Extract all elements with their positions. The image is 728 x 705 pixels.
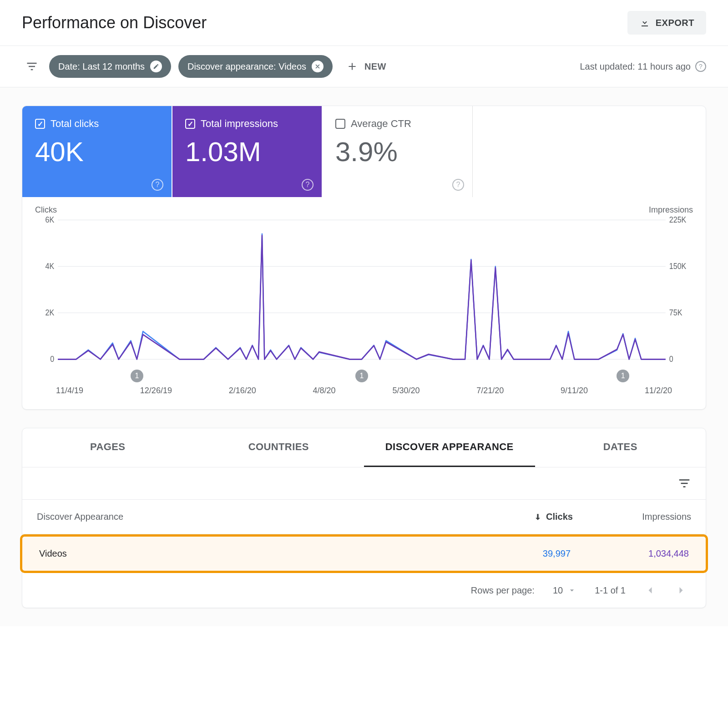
export-button[interactable]: EXPORT: [627, 11, 706, 35]
header-clicks[interactable]: Clicks: [464, 512, 573, 522]
plus-icon: [346, 61, 358, 72]
x-tick: 12/26/19: [140, 386, 172, 396]
metric-average-ctr[interactable]: Average CTR 3.9% ?: [323, 106, 473, 197]
filter-bar: Date: Last 12 months Discover appearance…: [0, 46, 728, 87]
cell-clicks: 39,997: [461, 548, 571, 559]
checkbox-ctr[interactable]: [335, 119, 345, 129]
header-impressions[interactable]: Impressions: [573, 512, 691, 522]
rows-per-page-value: 10: [553, 585, 563, 596]
svg-text:0: 0: [50, 354, 54, 364]
metric-ctr-value: 3.9%: [335, 136, 460, 167]
svg-text:2K: 2K: [46, 308, 55, 317]
tab-dates[interactable]: DATES: [535, 428, 706, 467]
cell-name: Videos: [39, 548, 461, 559]
page-header: Performance on Discover EXPORT: [0, 0, 728, 46]
x-tick: 11/4/19: [56, 386, 83, 396]
chip-appearance-label: Discover appearance: Videos: [187, 61, 306, 72]
metric-impr-value: 1.03M: [185, 136, 309, 167]
table-row[interactable]: Videos 39,997 1,034,448: [25, 537, 703, 571]
x-tick: 5/30/20: [392, 386, 420, 396]
chart-area: Clicks Impressions 6K225K4K150K2K75K00 1…: [22, 197, 706, 409]
date-marker-badge[interactable]: 1: [617, 370, 629, 382]
dropdown-icon: [567, 586, 576, 595]
metric-clicks-label: Total clicks: [51, 118, 99, 130]
metric-ctr-label: Average CTR: [351, 118, 411, 130]
metric-impr-label: Total impressions: [201, 118, 278, 130]
header-clicks-text: Clicks: [546, 512, 573, 522]
table-filter-icon[interactable]: [677, 477, 691, 490]
new-filter-label: NEW: [364, 61, 386, 72]
chart-card: Total clicks 40K ? Total impressions 1.0…: [22, 106, 706, 410]
highlighted-row: Videos 39,997 1,034,448: [20, 534, 708, 573]
metric-total-impressions[interactable]: Total impressions 1.03M ?: [172, 106, 323, 197]
filter-chip-appearance[interactable]: Discover appearance: Videos: [178, 55, 333, 78]
svg-text:0: 0: [669, 354, 673, 364]
rows-per-page-label: Rows per page:: [471, 585, 535, 596]
checkbox-clicks[interactable]: [35, 119, 45, 129]
last-updated: Last updated: 11 hours ago ?: [580, 61, 706, 72]
checkbox-impressions[interactable]: [185, 119, 195, 129]
metrics-row: Total clicks 40K ? Total impressions 1.0…: [22, 106, 706, 197]
table-header-row: Discover Appearance Clicks Impressions: [22, 500, 706, 534]
cell-impressions: 1,034,448: [571, 548, 689, 559]
dimension-tabs: PAGES COUNTRIES DISCOVER APPEARANCE DATE…: [22, 428, 706, 467]
tab-discover-appearance[interactable]: DISCOVER APPEARANCE: [364, 428, 535, 467]
help-icon[interactable]: ?: [452, 179, 464, 191]
performance-chart: 6K225K4K150K2K75K00: [35, 215, 693, 370]
svg-text:150K: 150K: [669, 261, 687, 271]
close-icon[interactable]: [312, 61, 324, 72]
left-axis-label: Clicks: [35, 205, 57, 215]
x-tick: 11/2/20: [645, 386, 672, 396]
export-label: EXPORT: [656, 18, 694, 28]
svg-text:4K: 4K: [46, 261, 55, 271]
edit-icon[interactable]: [150, 61, 162, 72]
header-appearance[interactable]: Discover Appearance: [37, 512, 464, 522]
page-title: Performance on Discover: [22, 13, 207, 32]
help-icon[interactable]: ?: [152, 179, 163, 191]
add-filter-button[interactable]: NEW: [340, 56, 393, 77]
tab-pages[interactable]: PAGES: [22, 428, 193, 467]
right-axis-label: Impressions: [649, 205, 693, 215]
help-icon[interactable]: ?: [695, 61, 706, 72]
tab-countries[interactable]: COUNTRIES: [193, 428, 364, 467]
last-updated-text: Last updated: 11 hours ago: [580, 61, 691, 72]
pager-range: 1-1 of 1: [595, 585, 626, 596]
date-marker-badge[interactable]: 1: [355, 370, 368, 382]
filter-chip-date[interactable]: Date: Last 12 months: [49, 55, 171, 78]
table-pager: Rows per page: 10 1-1 of 1: [22, 573, 706, 608]
help-icon[interactable]: ?: [302, 179, 313, 191]
x-axis-ticks: 11/4/1912/26/192/16/204/8/205/30/207/21/…: [35, 386, 693, 396]
download-icon: [639, 17, 650, 28]
chip-date-label: Date: Last 12 months: [58, 61, 145, 72]
svg-text:6K: 6K: [46, 215, 55, 224]
svg-text:225K: 225K: [669, 215, 687, 224]
rows-per-page-select[interactable]: 10: [553, 585, 576, 596]
pager-prev-icon[interactable]: [644, 584, 657, 597]
date-markers: 111: [35, 370, 693, 383]
sort-desc-icon: [533, 512, 542, 522]
x-tick: 2/16/20: [229, 386, 256, 396]
pager-next-icon[interactable]: [675, 584, 688, 597]
date-marker-badge[interactable]: 1: [131, 370, 143, 382]
filter-icon[interactable]: [22, 56, 42, 76]
metric-clicks-value: 40K: [35, 136, 159, 167]
metric-total-clicks[interactable]: Total clicks 40K ?: [22, 106, 172, 197]
x-tick: 7/21/20: [476, 386, 504, 396]
x-tick: 4/8/20: [313, 386, 336, 396]
x-tick: 9/11/20: [561, 386, 588, 396]
svg-text:75K: 75K: [669, 308, 682, 317]
table-card: PAGES COUNTRIES DISCOVER APPEARANCE DATE…: [22, 428, 706, 608]
